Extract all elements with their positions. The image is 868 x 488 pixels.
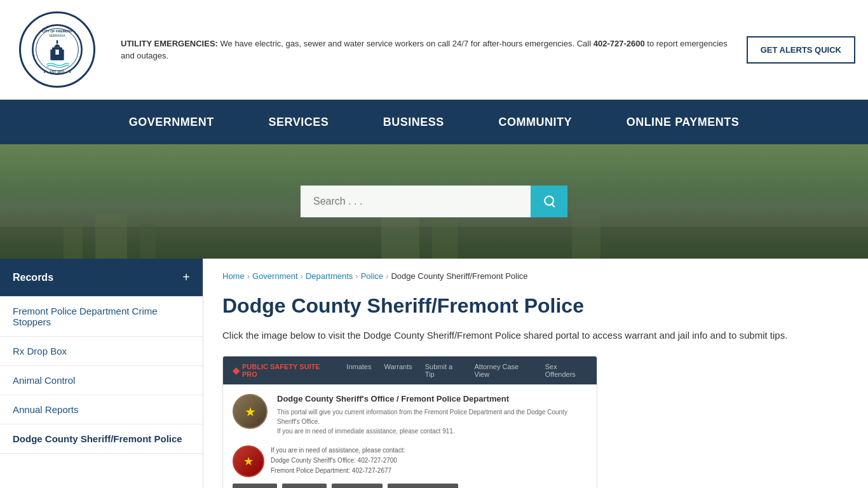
search-input[interactable] — [301, 186, 531, 217]
portal-badge-1: ★ — [233, 394, 268, 429]
svg-rect-17 — [572, 214, 600, 259]
svg-text:EST 1871: EST 1871 — [50, 70, 65, 74]
portal-nav-sex-offenders: Sex Offenders — [545, 363, 587, 378]
portal-header: ◆ PUBLIC SAFETY SUITE PRO Inmates Warran… — [223, 356, 597, 384]
sidebar-item-dodge-label: Dodge County Sheriff/Fremont Police — [13, 433, 182, 444]
portal-body: ★ Dodge County Sheriff's Office / Fremon… — [223, 384, 597, 488]
search-icon — [542, 194, 556, 208]
portal-btn-warrants[interactable]: Warrants — [282, 484, 327, 488]
sidebar-item-animal-label: Animal Control — [13, 375, 75, 386]
portal-top-section: ★ Dodge County Sheriff's Office / Fremon… — [233, 394, 587, 436]
hero-banner — [0, 144, 868, 259]
breadcrumb-sep4: › — [386, 271, 388, 281]
portal-btn-inmates[interactable]: Inmates — [233, 484, 277, 488]
svg-rect-6 — [55, 50, 58, 55]
portal-contact2: Fremont Police Department: 402-727-2677 — [271, 466, 405, 476]
portal-logo: ◆ PUBLIC SAFETY SUITE PRO — [233, 363, 334, 378]
sidebar-spacer — [0, 454, 203, 488]
nav-business[interactable]: BUSINESS — [374, 109, 454, 135]
svg-text:★: ★ — [69, 71, 72, 74]
nav-community[interactable]: COMMUNITY — [489, 109, 581, 135]
sidebar-item-annual-reports[interactable]: Annual Reports — [0, 395, 203, 424]
svg-rect-14 — [140, 224, 156, 259]
logo-area[interactable]: CITY OF FREMONT NEBRASKA EST 1871 ★ — [6, 5, 108, 94]
breadcrumb-current: Dodge County Sheriff/Fremont Police — [391, 271, 527, 281]
page-description: Click the image below to visit the Dodge… — [222, 328, 849, 343]
sidebar-item-reports-label: Annual Reports — [13, 404, 78, 415]
emergency-text: We have electric, gas, sewer and water s… — [220, 39, 593, 48]
main-content: Records + Fremont Police Department Crim… — [0, 259, 868, 488]
svg-rect-13 — [95, 214, 127, 259]
page-title: Dodge County Sheriff/Fremont Police — [222, 294, 849, 318]
content-area: Home › Government › Departments › Police… — [203, 259, 868, 488]
portal-contact-text: If you are in need of assistance, please… — [271, 445, 405, 476]
breadcrumb-police[interactable]: Police — [361, 271, 383, 281]
sidebar: Records + Fremont Police Department Crim… — [0, 259, 203, 488]
portal-btn-submit-tip[interactable]: Submit a Tip — [332, 484, 383, 488]
portal-contact1: Dodge County Sheriff's Office: 402-727-2… — [271, 456, 405, 466]
svg-rect-12 — [64, 220, 83, 259]
top-bar: CITY OF FREMONT NEBRASKA EST 1871 ★ — [0, 0, 868, 100]
svg-rect-15 — [381, 211, 419, 259]
svg-rect-16 — [432, 217, 458, 259]
portal-dept-name: Dodge County Sheriff's Office / Fremont … — [277, 394, 587, 403]
portal-nav: Inmates Warrants Submit a Tip Attorney C… — [346, 363, 587, 378]
svg-text:CITY OF FREMONT: CITY OF FREMONT — [42, 29, 73, 33]
emergency-label: UTILITY EMERGENCIES: — [121, 39, 218, 48]
breadcrumb: Home › Government › Departments › Police… — [222, 271, 849, 281]
utility-message: UTILITY EMERGENCIES: We have electric, g… — [108, 37, 747, 62]
breadcrumb-sep2: › — [301, 271, 303, 281]
portal-desc-2: If you are in need of immediate assistan… — [277, 426, 587, 436]
sidebar-item-crime-stoppers[interactable]: Fremont Police Department Crime Stoppers — [0, 297, 203, 337]
breadcrumb-sep3: › — [355, 271, 358, 281]
breadcrumb-government[interactable]: Government — [252, 271, 298, 281]
breadcrumb-home[interactable]: Home — [222, 271, 245, 281]
portal-contact-header: If you are in need of assistance, please… — [271, 445, 405, 456]
sidebar-item-rx-drop-box[interactable]: Rx Drop Box — [0, 337, 203, 366]
nav-online-payments[interactable]: ONLINE PAYMENTS — [617, 109, 749, 135]
sidebar-item-crime-stoppers-label: Fremont Police Department Crime Stoppers — [13, 306, 158, 327]
svg-text:NEBRASKA: NEBRASKA — [49, 34, 65, 37]
portal-buttons: Inmates Warrants Submit a Tip Attorney C… — [233, 484, 587, 488]
sidebar-item-dodge-county[interactable]: Dodge County Sheriff/Fremont Police — [0, 424, 203, 454]
portal-image[interactable]: ◆ PUBLIC SAFETY SUITE PRO Inmates Warran… — [222, 356, 597, 488]
svg-rect-7 — [57, 40, 58, 43]
sidebar-item-records-label: Records — [13, 272, 53, 283]
city-logo[interactable]: CITY OF FREMONT NEBRASKA EST 1871 ★ — [19, 11, 95, 88]
search-button[interactable] — [531, 186, 567, 217]
portal-second-row: ★ If you are in need of assistance, plea… — [233, 445, 587, 477]
portal-nav-warrants: Warrants — [384, 363, 412, 378]
portal-desc-1: This portal will give you current inform… — [277, 407, 587, 426]
main-nav: GOVERNMENT SERVICES BUSINESS COMMUNITY O… — [0, 109, 868, 135]
sidebar-item-animal-control[interactable]: Animal Control — [0, 366, 203, 395]
alerts-button[interactable]: GET ALERTS QUICK — [747, 36, 855, 64]
portal-text-area: Dodge County Sheriff's Office / Fremont … — [277, 394, 587, 436]
portal-nav-inmates: Inmates — [346, 363, 371, 378]
search-container — [301, 186, 567, 217]
sidebar-item-records[interactable]: Records + — [0, 259, 203, 297]
breadcrumb-sep1: › — [247, 271, 250, 281]
badge-star-icon: ★ — [245, 404, 256, 419]
breadcrumb-departments[interactable]: Departments — [306, 271, 353, 281]
nav-services[interactable]: SERVICES — [259, 109, 338, 135]
portal-badge-2: ★ — [233, 445, 264, 477]
sidebar-item-rx-label: Rx Drop Box — [13, 346, 67, 356]
nav-bar: GOVERNMENT SERVICES BUSINESS COMMUNITY O… — [0, 100, 868, 144]
nav-government[interactable]: GOVERNMENT — [119, 109, 224, 135]
portal-nav-submit-tip: Submit a Tip — [425, 363, 462, 378]
portal-btn-attorney[interactable]: Attorney Case View — [388, 484, 459, 488]
badge2-star-icon: ★ — [243, 454, 254, 468]
portal-nav-attorney: Attorney Case View — [475, 363, 532, 378]
emergency-phone: 402-727-2600 — [593, 39, 645, 48]
records-expand-icon[interactable]: + — [182, 270, 190, 285]
